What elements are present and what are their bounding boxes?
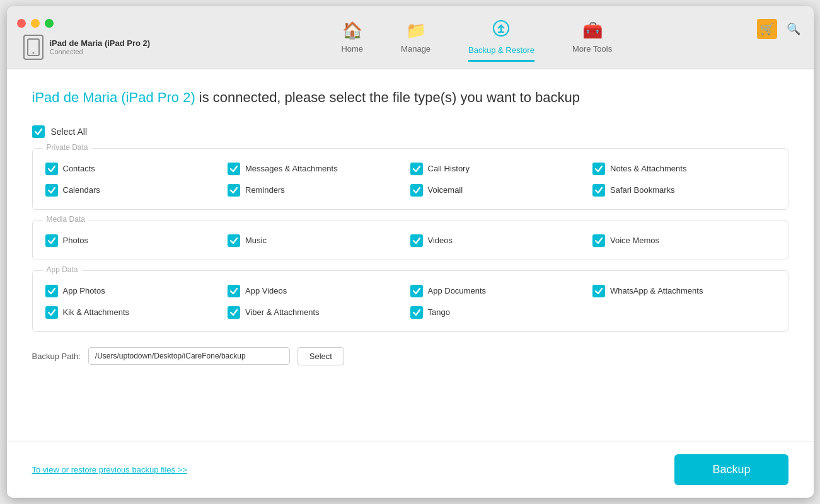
list-item[interactable]: Music xyxy=(228,234,410,247)
list-item[interactable]: App Documents xyxy=(410,285,593,297)
list-item[interactable]: Videos xyxy=(410,234,593,247)
manage-icon: 📁 xyxy=(406,21,426,40)
app-documents-checkbox[interactable] xyxy=(410,285,423,297)
backup-button[interactable]: Backup xyxy=(674,454,788,485)
voicemail-label: Voicemail xyxy=(428,185,463,195)
videos-label: Videos xyxy=(428,236,453,245)
contacts-checkbox[interactable] xyxy=(45,163,58,175)
whatsapp-label: WhatsApp & Attachments xyxy=(610,286,703,295)
select-all-checkbox[interactable] xyxy=(32,125,45,138)
backup-path-label: Backup Path: xyxy=(32,352,81,361)
tango-checkbox[interactable] xyxy=(410,306,423,319)
media-data-section: Media Data Photos Music xyxy=(32,220,788,260)
safari-label: Safari Bookmarks xyxy=(610,185,675,195)
tab-manage-label: Manage xyxy=(401,44,430,54)
notes-label: Notes & Attachments xyxy=(610,164,686,173)
list-item[interactable]: Tango xyxy=(410,306,593,319)
list-item[interactable]: Call History xyxy=(410,163,593,175)
close-button[interactable] xyxy=(17,19,26,28)
select-all-label: Select All xyxy=(51,127,88,137)
device-info: iPad de Maria (iPad Pro 2) Connected xyxy=(23,35,151,60)
select-all-row[interactable]: Select All xyxy=(32,125,788,138)
page-title: iPad de Maria (iPad Pro 2) is connected,… xyxy=(32,88,788,108)
viber-checkbox[interactable] xyxy=(228,306,240,319)
list-item[interactable]: Messages & Attachments xyxy=(228,163,410,175)
device-status: Connected xyxy=(50,48,151,55)
main-content: iPad de Maria (iPad Pro 2) is connected,… xyxy=(7,69,814,441)
more-tools-icon: 🧰 xyxy=(582,21,603,40)
maximize-button[interactable] xyxy=(45,19,54,28)
list-item[interactable]: Voicemail xyxy=(410,184,593,197)
reminders-checkbox[interactable] xyxy=(228,184,240,197)
tab-more-tools-label: More Tools xyxy=(572,44,612,54)
app-documents-label: App Documents xyxy=(428,286,487,295)
backup-icon xyxy=(492,20,510,42)
messages-checkbox[interactable] xyxy=(228,163,240,175)
tab-backup-restore[interactable]: Backup & Restore xyxy=(468,20,534,62)
top-right-icons: 🛒 🔍 xyxy=(757,19,804,39)
photos-label: Photos xyxy=(63,236,88,245)
main-window: iPad de Maria (iPad Pro 2) Connected 🏠 H… xyxy=(7,6,814,498)
contacts-label: Contacts xyxy=(63,164,95,173)
private-data-section: Private Data Contacts Messages & Attachm… xyxy=(32,148,788,210)
list-item[interactable]: App Videos xyxy=(228,285,410,297)
list-item[interactable]: WhatsApp & Attachments xyxy=(592,285,775,297)
app-photos-checkbox[interactable] xyxy=(45,285,58,297)
music-checkbox[interactable] xyxy=(228,234,240,247)
footer: To view or restore previous backup files… xyxy=(7,441,814,498)
list-item[interactable]: Viber & Attachments xyxy=(228,306,410,319)
minimize-button[interactable] xyxy=(31,19,40,28)
list-item[interactable]: Safari Bookmarks xyxy=(592,184,775,197)
tab-home-label: Home xyxy=(341,44,363,54)
app-videos-label: App Videos xyxy=(245,286,287,295)
list-item[interactable]: Notes & Attachments xyxy=(592,163,775,175)
app-data-grid: App Photos App Videos App Documents xyxy=(45,285,775,319)
device-name: iPad de Maria (iPad Pro 2) xyxy=(50,38,151,48)
viber-label: Viber & Attachments xyxy=(245,307,320,317)
list-item[interactable]: Photos xyxy=(45,234,228,247)
restore-link[interactable]: To view or restore previous backup files… xyxy=(32,465,187,474)
notes-checkbox[interactable] xyxy=(592,163,605,175)
videos-checkbox[interactable] xyxy=(410,234,423,247)
select-button[interactable]: Select xyxy=(297,347,344,365)
kik-checkbox[interactable] xyxy=(45,306,58,319)
cart-button[interactable]: 🛒 xyxy=(757,19,777,39)
voice-memos-checkbox[interactable] xyxy=(592,234,605,247)
search-button[interactable]: 🔍 xyxy=(783,19,804,39)
whatsapp-checkbox[interactable] xyxy=(592,285,605,297)
home-icon: 🏠 xyxy=(342,21,362,40)
device-highlight: iPad de Maria (iPad Pro 2) xyxy=(32,89,195,105)
tab-manage[interactable]: 📁 Manage xyxy=(401,21,430,60)
page-title-text: is connected, please select the file typ… xyxy=(195,89,580,105)
voicemail-checkbox[interactable] xyxy=(410,184,423,197)
call-history-checkbox[interactable] xyxy=(410,163,423,175)
list-item[interactable]: Calendars xyxy=(45,184,228,197)
voice-memos-label: Voice Memos xyxy=(610,236,659,245)
list-item[interactable]: Voice Memos xyxy=(592,234,775,247)
tab-more-tools[interactable]: 🧰 More Tools xyxy=(572,21,612,60)
list-item[interactable]: Reminders xyxy=(228,184,410,197)
app-photos-label: App Photos xyxy=(63,286,105,295)
tango-label: Tango xyxy=(428,307,450,317)
tab-home[interactable]: 🏠 Home xyxy=(341,21,363,60)
app-videos-checkbox[interactable] xyxy=(228,285,240,297)
backup-path-input[interactable] xyxy=(88,347,290,365)
device-icon xyxy=(23,35,43,60)
app-data-section: App Data App Photos App Videos xyxy=(32,270,788,332)
traffic-lights xyxy=(17,19,54,28)
calendars-checkbox[interactable] xyxy=(45,184,58,197)
list-item[interactable]: Contacts xyxy=(45,163,228,175)
device-text: iPad de Maria (iPad Pro 2) Connected xyxy=(50,38,151,55)
titlebar: iPad de Maria (iPad Pro 2) Connected 🏠 H… xyxy=(7,6,814,69)
app-data-title: App Data xyxy=(43,265,82,274)
safari-checkbox[interactable] xyxy=(592,184,605,197)
kik-label: Kik & Attachments xyxy=(63,307,130,317)
media-data-title: Media Data xyxy=(43,215,89,224)
music-label: Music xyxy=(245,236,267,245)
list-item[interactable]: Kik & Attachments xyxy=(45,306,228,319)
media-data-grid: Photos Music Videos xyxy=(45,234,775,247)
list-item[interactable]: App Photos xyxy=(45,285,228,297)
photos-checkbox[interactable] xyxy=(45,234,58,247)
backup-path-row: Backup Path: Select xyxy=(32,347,788,365)
tab-backup-restore-label: Backup & Restore xyxy=(468,45,534,55)
